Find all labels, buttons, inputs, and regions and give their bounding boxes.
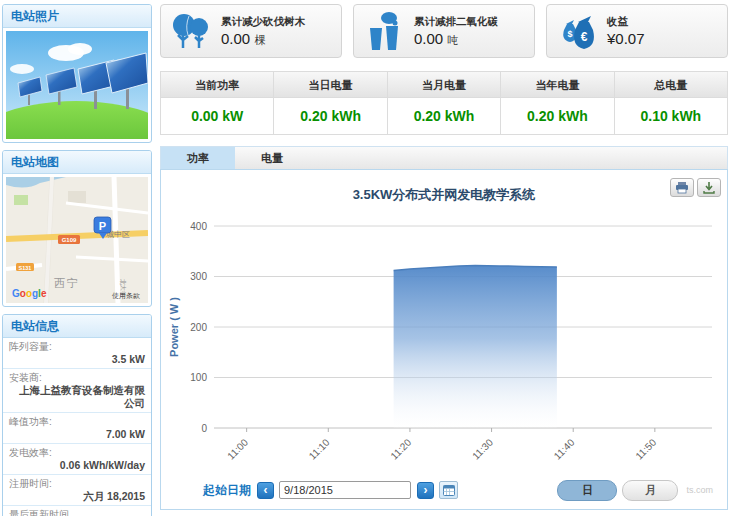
svg-text:P: P: [99, 220, 106, 232]
svg-text:11:50: 11:50: [633, 436, 658, 461]
card-co2-reduced: 累计减排二氧化碳 0.00 吨: [353, 4, 535, 58]
summary-cards: 累计减少砍伐树木 0.00 棵 累计减排二氧化碳 0.00 吨: [160, 4, 728, 58]
info-field-array-capacity: 阵列容量: 3.5 kW: [3, 338, 151, 369]
svg-text:11:20: 11:20: [388, 436, 413, 461]
info-field-label: 峰值功率:: [9, 416, 145, 428]
stat-value: 0.20 kWh: [274, 98, 386, 134]
info-field-value: 0.06 kWh/kW/day: [9, 459, 145, 472]
info-panel-title: 电站信息: [3, 315, 151, 338]
info-field-label: 注册时间:: [9, 478, 145, 490]
stat-label: 当前功率: [161, 72, 273, 98]
stat-value: 0.20 kWh: [501, 98, 613, 134]
stat-yearly-energy: 当年电量 0.20 kWh: [500, 72, 613, 134]
chart-tabs: 功率 电量: [160, 146, 728, 169]
svg-text:0: 0: [201, 423, 207, 434]
stat-value: 0.10 kWh: [615, 98, 727, 134]
terms-link[interactable]: 使用条款: [112, 292, 140, 300]
tab-power[interactable]: 功率: [161, 147, 235, 169]
day-view-button[interactable]: 日: [557, 480, 617, 501]
watermark: ts.com: [686, 485, 713, 495]
prev-date-button[interactable]: ‹: [257, 482, 274, 499]
svg-text:11:40: 11:40: [552, 436, 577, 461]
map-panel-title: 电站地图: [3, 151, 151, 174]
calendar-icon: [443, 484, 455, 496]
power-series-area: [394, 265, 557, 428]
card-value: ¥0.07: [607, 30, 645, 47]
info-field-efficiency: 发电效率: 0.06 kWh/kW/day: [3, 444, 151, 475]
map-panel: 电站地图 G109 S131 城中区 西宁 北大街: [2, 150, 152, 307]
card-label: 累计减排二氧化碳: [414, 15, 498, 29]
svg-text:€: €: [581, 30, 588, 44]
svg-text:11:30: 11:30: [470, 436, 495, 461]
road-badge-s131: S131: [19, 265, 32, 271]
photo-panel: 电站照片: [2, 4, 152, 143]
info-field-last-update: 最后更新时间 九月 15 11:27,GMT+0,2015: [3, 506, 151, 516]
next-date-button[interactable]: ›: [417, 482, 434, 499]
stat-label: 当月电量: [388, 72, 500, 98]
svg-text:11:10: 11:10: [307, 436, 332, 461]
info-field-value: 3.5 kW: [9, 353, 145, 366]
stats-strip: 当前功率 0.00 kW 当日电量 0.20 kWh 当月电量 0.20 kWh…: [160, 71, 728, 135]
info-field-label: 发电效率:: [9, 447, 145, 459]
cooling-towers-icon: [362, 10, 408, 52]
chart-title: 3.5KW分布式并网发电教学系统: [161, 186, 727, 204]
stat-value: 0.20 kWh: [388, 98, 500, 134]
y-axis-label: Power ( W ): [168, 297, 180, 357]
info-field-value: 7.00 kW: [9, 428, 145, 441]
card-label: 收益: [607, 15, 645, 29]
export-button[interactable]: [697, 178, 721, 197]
info-field-installer: 安装商: 上海上益教育设备制造有限公司: [3, 369, 151, 413]
chart-panel: 功率 电量 3.5KW分布式并网发电教学系统: [160, 146, 728, 510]
tab-energy[interactable]: 电量: [235, 147, 309, 169]
svg-text:200: 200: [190, 322, 207, 333]
start-date-label: 起始日期: [203, 482, 251, 499]
stat-label: 当年电量: [501, 72, 613, 98]
chart-controls: 起始日期 ‹ › 日: [161, 478, 727, 502]
stat-label: 总电量: [615, 72, 727, 98]
stat-value: 0.00 kW: [161, 98, 273, 134]
stat-label: 当日电量: [274, 72, 386, 98]
left-sidebar: 电站照片: [2, 4, 152, 516]
map-label-city: 西宁: [54, 277, 80, 289]
print-button[interactable]: [670, 178, 694, 197]
card-unit: 吨: [447, 34, 458, 46]
money-bags-icon: $ €: [555, 10, 601, 52]
google-logo: Google: [12, 288, 47, 299]
power-area-chart: 0100200300400 11:0011:1011:2011:3011:401…: [164, 212, 724, 468]
card-label: 累计减少砍伐树木: [221, 15, 305, 29]
photo-panel-title: 电站照片: [3, 5, 151, 28]
info-field-value: 上海上益教育设备制造有限公司: [9, 384, 145, 410]
card-value: 0.00: [414, 30, 443, 47]
map-canvas[interactable]: G109 S131 城中区 西宁 北大街 P Google 使用条款: [6, 177, 148, 303]
info-field-label: 阵列容量:: [9, 341, 145, 353]
date-input[interactable]: [279, 481, 411, 499]
card-trees-saved: 累计减少砍伐树木 0.00 棵: [160, 4, 342, 58]
svg-text:100: 100: [190, 372, 207, 383]
svg-text:$: $: [567, 29, 572, 39]
info-field-peak-power: 峰值功率: 7.00 kW: [3, 413, 151, 444]
main-content: 累计减少砍伐树木 0.00 棵 累计减排二氧化碳 0.00 吨: [160, 4, 728, 510]
svg-text:400: 400: [190, 221, 207, 232]
info-field-value: 六月 18,2015: [9, 490, 145, 503]
trees-icon: [169, 10, 215, 52]
stat-current-power: 当前功率 0.00 kW: [161, 72, 273, 134]
card-value: 0.00: [221, 30, 250, 47]
card-unit: 棵: [254, 34, 265, 46]
stat-daily-energy: 当日电量 0.20 kWh: [273, 72, 386, 134]
printer-icon: [675, 182, 689, 194]
road-badge-g109: G109: [62, 237, 77, 243]
info-field-label: 安装商:: [9, 372, 145, 384]
station-photo: [6, 31, 148, 139]
calendar-button[interactable]: [439, 481, 458, 499]
stat-total-energy: 总电量 0.10 kWh: [614, 72, 727, 134]
chevron-right-icon: ›: [424, 483, 428, 497]
info-field-label: 最后更新时间: [9, 509, 145, 516]
stat-monthly-energy: 当月电量 0.20 kWh: [387, 72, 500, 134]
chevron-left-icon: ‹: [264, 483, 268, 497]
chart-area: 3.5KW分布式并网发电教学系统: [160, 169, 728, 510]
svg-text:11:00: 11:00: [225, 436, 250, 461]
info-panel: 电站信息 阵列容量: 3.5 kW 安装商: 上海上益教育设备制造有限公司 峰值…: [2, 314, 152, 516]
card-revenue: $ € 收益 ¥0.07: [546, 4, 728, 58]
download-icon: [703, 182, 715, 194]
month-view-button[interactable]: 月: [622, 480, 678, 501]
